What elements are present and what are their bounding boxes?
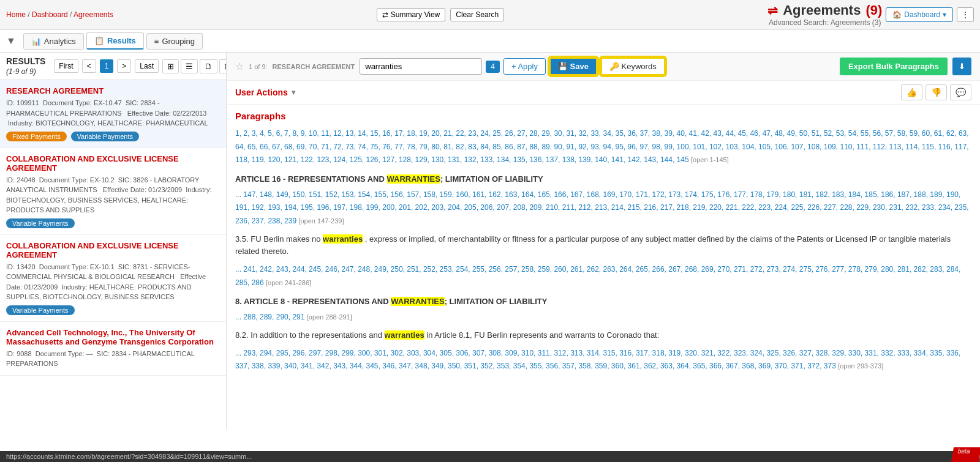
article-heading-1: ARTICLE 16 - REPRESENTATIONS AND WARRANT…	[235, 174, 971, 184]
paragraph-numbers-3: ... 241, 242, 243, 244, 245, 246, 247, 2…	[235, 263, 971, 289]
chevron-down-icon: ▾	[292, 88, 295, 97]
paragraphs-title: Paragraphs	[235, 111, 971, 121]
top-nav-center: ⇄ Summary View Clear Search	[377, 8, 505, 21]
para-nums-text-2[interactable]: ... 147, 148, 149, 150, 151, 152, 153, 1…	[235, 190, 969, 225]
doc-title: COLLABORATION AND EXCLUSIVE LICENSE AGRE…	[6, 154, 220, 173]
top-nav-right: ⇌ Agreements (9) Advanced Search: Agreem…	[767, 2, 974, 27]
summary-view-button[interactable]: ⇄ Summary View	[377, 8, 445, 21]
article-heading-2: 8. ARTICLE 8 - REPRESENTATIONS AND WARRA…	[235, 297, 971, 306]
last-page-button[interactable]: Last	[135, 59, 159, 73]
breadcrumb-agreements[interactable]: Agreements	[74, 10, 113, 19]
doc-title: RESEARCH AGREEMENT	[6, 86, 220, 95]
more-options-button[interactable]: ⋮	[957, 7, 974, 22]
breadcrumb: Home / Dashboard / Agreements	[6, 10, 113, 19]
warranties-highlight: WARRANTIES	[387, 174, 440, 184]
doc-id: 109911	[17, 99, 39, 106]
view-icons: ⊞ ☰ 🗋 ⊟	[162, 59, 227, 73]
tag-variable-payments: Variable Payments	[71, 132, 140, 141]
open-range-3: [open 241-286]	[266, 279, 311, 286]
warranties-highlight-2: warranties	[323, 234, 363, 244]
user-actions-label: User Actions	[235, 88, 288, 97]
paragraph-search-input[interactable]	[360, 58, 482, 75]
doc-meta: ID: 109911 Document Type: EX-10.47 SIC: …	[6, 98, 220, 129]
grouping-icon: ≡	[154, 37, 159, 46]
keywords-button[interactable]: 🔑 Keywords	[601, 58, 665, 75]
thumbs-up-button[interactable]: 👍	[901, 84, 922, 100]
breadcrumb-dashboard[interactable]: Dashboard	[32, 10, 68, 19]
current-page-button[interactable]: 1	[100, 59, 114, 73]
tab-analytics[interactable]: 📊 Analytics	[23, 33, 84, 50]
apply-button[interactable]: + Apply	[503, 58, 546, 75]
warranties-highlight-4: warranties	[385, 330, 424, 340]
page-title-wrapper: ⇌ Agreements (9) Advanced Search: Agreem…	[767, 2, 882, 27]
top-nav: Home / Dashboard / Agreements ⇄ Summary …	[0, 0, 980, 30]
open-range-5: [open 293-373]	[838, 362, 883, 370]
paragraph-numbers-2: ... 147, 148, 149, 150, 151, 152, 153, 1…	[235, 188, 971, 228]
tag-fixed-payments: Fixed Payments	[6, 132, 67, 141]
dashboard-button[interactable]: 🏠 Dashboard ▾	[886, 7, 953, 22]
para-nums-text-4[interactable]: ... 288, 289, 290, 291	[235, 313, 304, 321]
tab-analytics-label: Analytics	[44, 37, 76, 46]
filter-icon: ▼	[6, 35, 16, 47]
doc-meta: ID: 13420 Document Type: EX-10.1 SIC: 87…	[6, 262, 220, 302]
doc-name-label: RESEARCH AGREEMENT	[273, 63, 355, 70]
para-nums-text[interactable]: 1, 2, 3, 4, 5, 6, 7, 8, 9, 10, 11, 12, 1…	[235, 129, 969, 164]
summary-view-icon: ⇄	[382, 10, 388, 19]
results-title: RESULTS (1-9 of 9)	[6, 56, 45, 76]
doc-search-header: ☆ 1 of 9: RESEARCH AGREEMENT 4 + Apply 💾…	[227, 53, 980, 81]
action-icons: 👍 👎 💬	[901, 84, 971, 100]
user-actions-dropdown[interactable]: User Actions ▾	[235, 88, 295, 97]
tag-variable-payments: Variable Payments	[6, 305, 75, 315]
para-text-2-prefix: 8.2. In addition to the representations …	[235, 330, 382, 340]
doc-actions-bar: User Actions ▾ 👍 👎 💬	[227, 81, 980, 105]
main-content: RESULTS (1-9 of 9) First < 1 > Last ⊞ ☰ …	[0, 53, 980, 429]
agreements-icon: ⇌	[767, 3, 778, 18]
clear-search-button[interactable]: Clear Search	[450, 8, 504, 21]
next-page-button[interactable]: >	[117, 59, 131, 73]
table-view-button[interactable]: ⊟	[219, 59, 227, 73]
export-bulk-button[interactable]: Export Bulk Paragraphs	[840, 58, 948, 75]
analytics-icon: 📊	[31, 37, 41, 46]
paragraphs-section: Paragraphs 1, 2, 3, 4, 5, 6, 7, 8, 9, 10…	[227, 105, 980, 384]
first-page-button[interactable]: First	[54, 59, 78, 73]
card-view-button[interactable]: 🗋	[200, 59, 217, 73]
download-button[interactable]: ⬇	[952, 58, 971, 75]
results-header: RESULTS (1-9 of 9) First < 1 > Last ⊞ ☰ …	[0, 53, 226, 80]
breadcrumb-home[interactable]: Home	[6, 10, 26, 19]
star-button[interactable]: ☆	[235, 61, 244, 72]
tag-variable-payments: Variable Payments	[6, 218, 75, 228]
list-view-button[interactable]: ☰	[181, 59, 198, 73]
grid-view-button[interactable]: ⊞	[162, 59, 179, 73]
tabs-bar: ▼ 📊 Analytics 📋 Results ≡ Grouping	[0, 30, 980, 53]
left-panel: RESULTS (1-9 of 9) First < 1 > Last ⊞ ☰ …	[0, 53, 227, 429]
doc-item[interactable]: Advanced Cell Technology, Inc., The Univ…	[0, 322, 226, 376]
doc-item[interactable]: COLLABORATION AND EXCLUSIVE LICENSE AGRE…	[0, 148, 226, 235]
results-title-text: RESULTS	[6, 56, 45, 66]
doc-title: Advanced Cell Technology, Inc., The Univ…	[6, 328, 220, 346]
para-nums-text-3[interactable]: ... 241, 242, 243, 244, 245, 246, 247, 2…	[235, 265, 960, 287]
dashboard-label: Dashboard	[904, 10, 940, 19]
save-button[interactable]: 💾 Save	[549, 58, 597, 75]
paragraph-numbers-4: ... 288, 289, 290, 291 [open 288-291]	[235, 311, 971, 324]
search-bar: 4 + Apply 💾 Save 🔑 Keywords	[360, 58, 835, 75]
open-range-1: [open 1-145]	[691, 156, 729, 163]
tab-results[interactable]: 📋 Results	[86, 32, 144, 50]
paragraph-numbers-1: 1, 2, 3, 4, 5, 6, 7, 8, 9, 10, 11, 12, 1…	[235, 127, 971, 167]
doc-item[interactable]: RESEARCH AGREEMENT ID: 109911 Document T…	[0, 80, 226, 148]
tab-grouping[interactable]: ≡ Grouping	[146, 33, 203, 50]
doc-title: COLLABORATION AND EXCLUSIVE LICENSE AGRE…	[6, 241, 220, 259]
doc-item[interactable]: COLLABORATION AND EXCLUSIVE LICENSE AGRE…	[0, 235, 226, 322]
doc-meta: ID: 9088 Document Type: — SIC: 2834 - PH…	[6, 349, 220, 369]
doc-meta: ID: 24048 Document Type: EX-10.2 SIC: 38…	[6, 175, 220, 215]
comment-button[interactable]: 💬	[950, 84, 971, 100]
paragraph-text-1: 3.5. FU Berlin makes no warranties , exp…	[235, 233, 971, 259]
para-text-prefix: 3.5. FU Berlin makes no	[235, 234, 320, 244]
thumbs-down-button[interactable]: 👎	[925, 84, 947, 100]
summary-view-label: Summary View	[391, 10, 440, 19]
paragraph-text-2: 8.2. In addition to the representations …	[235, 329, 971, 342]
advanced-search-label: Advanced Search: Agreements (3)	[767, 18, 882, 27]
doc-position: 1 of 9:	[249, 63, 268, 70]
prev-page-button[interactable]: <	[82, 59, 96, 73]
chevron-down-icon: ▾	[943, 10, 946, 19]
dashboard-icon: 🏠	[892, 10, 902, 19]
